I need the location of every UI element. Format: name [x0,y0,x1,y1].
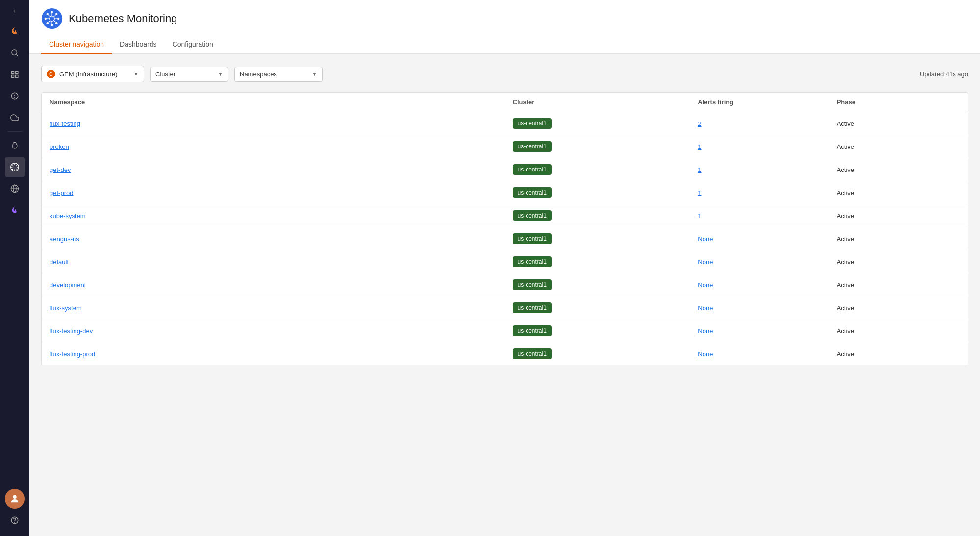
alerts-link[interactable]: None [698,350,713,358]
brain-icon[interactable] [5,136,25,155]
cell-phase: Active [829,135,968,158]
cluster-badge: us-central1 [513,279,552,290]
fire-icon[interactable] [5,22,25,41]
alerts-link[interactable]: 2 [698,120,701,127]
svg-point-0 [12,50,17,55]
search-icon[interactable] [5,43,25,63]
header-tabs: Cluster navigation Dashboards Configurat… [41,35,968,53]
tab-configuration[interactable]: Configuration [165,35,221,54]
namespace-link[interactable]: get-dev [50,166,71,173]
namespace-link[interactable]: default [50,258,69,266]
cell-phase: Active [829,112,968,135]
cell-alerts: None [690,250,829,273]
svg-point-8 [15,97,15,98]
col-cluster: Cluster [505,93,690,112]
alerts-link[interactable]: 1 [698,189,701,196]
table-row: flux-testing-dev us-central1 None Active [42,319,968,342]
sidebar: › [0,0,29,536]
table-body: flux-testing us-central1 2 Active broken… [42,112,968,365]
cell-alerts: 2 [690,112,829,135]
table-row: kube-system us-central1 1 Active [42,204,968,227]
svg-point-22 [15,522,15,522]
cell-cluster: us-central1 [505,204,690,227]
cell-alerts: None [690,296,829,319]
alerts-link[interactable]: None [698,235,713,243]
alerts-link[interactable]: 1 [698,166,701,173]
grid-icon[interactable] [5,65,25,84]
col-phase: Phase [829,93,968,112]
cell-namespace: flux-system [42,296,505,319]
namespace-link[interactable]: aengus-ns [50,235,79,243]
cluster-select[interactable]: Cluster ▼ [150,67,228,82]
namespace-link[interactable]: kube-system [50,212,86,219]
table-row: get-dev us-central1 1 Active [42,158,968,181]
cell-namespace: broken [42,135,505,158]
cluster-label: Cluster [155,71,176,78]
namespace-link[interactable]: flux-system [50,304,82,312]
alerts-link[interactable]: 1 [698,212,701,219]
table-row: development us-central1 None Active [42,273,968,296]
alerts-link[interactable]: None [698,258,713,266]
alerts-link[interactable]: None [698,327,713,335]
svg-line-16 [16,164,18,166]
cell-namespace: flux-testing-dev [42,319,505,342]
svg-point-25 [51,24,53,26]
namespaces-select[interactable]: Namespaces ▼ [234,67,323,82]
globe-icon[interactable] [5,179,25,198]
table-row: get-prod us-central1 1 Active [42,181,968,204]
svg-point-31 [47,22,49,24]
cell-cluster: us-central1 [505,273,690,296]
cluster-badge: us-central1 [513,233,552,244]
svg-rect-2 [11,71,14,73]
cell-alerts: None [690,319,829,342]
table-row: flux-system us-central1 None Active [42,296,968,319]
cell-alerts: None [690,273,829,296]
namespace-link[interactable]: flux-testing [50,120,80,127]
cell-cluster: us-central1 [505,319,690,342]
cluster-chevron-icon: ▼ [218,71,223,77]
cloud-icon[interactable] [5,108,25,127]
cell-phase: Active [829,319,968,342]
user-avatar[interactable] [5,489,25,509]
alerts-link[interactable]: None [698,304,713,312]
tab-dashboards[interactable]: Dashboards [112,35,165,54]
tab-cluster-navigation[interactable]: Cluster navigation [41,35,112,54]
svg-rect-5 [16,75,18,78]
col-namespace: Namespace [42,93,505,112]
cell-cluster: us-central1 [505,135,690,158]
sidebar-toggle[interactable]: › [10,6,20,16]
kubernetes-nav-icon[interactable] [5,157,25,177]
alert-circle-icon[interactable] [5,86,25,106]
svg-point-29 [55,22,57,24]
namespace-link[interactable]: flux-testing-prod [50,350,95,358]
svg-point-20 [13,495,16,499]
datasource-chevron-icon: ▼ [133,71,139,77]
namespace-link[interactable]: broken [50,143,69,150]
help-icon[interactable] [5,511,25,530]
svg-point-30 [55,13,57,15]
datasource-select[interactable]: G GEM (Infrastructure) ▼ [41,66,144,82]
svg-line-14 [12,164,13,166]
datasource-label: GEM (Infrastructure) [59,71,117,78]
namespaces-chevron-icon: ▼ [312,71,317,77]
cell-alerts: None [690,227,829,250]
cluster-badge: us-central1 [513,302,552,313]
cluster-badge: us-central1 [513,141,552,152]
header-title-row: Kubernetes Monitoring [41,8,968,29]
alerts-link[interactable]: None [698,281,713,289]
flame-nav-icon[interactable] [5,200,25,220]
namespace-link[interactable]: get-prod [50,189,73,196]
cell-cluster: us-central1 [505,250,690,273]
cell-namespace: flux-testing-prod [42,342,505,365]
svg-point-27 [57,18,59,20]
cell-alerts: None [690,342,829,365]
alerts-link[interactable]: 1 [698,143,701,150]
cell-cluster: us-central1 [505,112,690,135]
sidebar-bottom-icons [5,489,25,530]
sidebar-top-icons [5,22,25,487]
namespace-link[interactable]: development [50,281,86,289]
namespace-link[interactable]: flux-testing-dev [50,327,93,335]
namespace-table: Namespace Cluster Alerts firing Phase fl… [41,92,968,365]
cell-cluster: us-central1 [505,227,690,250]
cell-phase: Active [829,273,968,296]
